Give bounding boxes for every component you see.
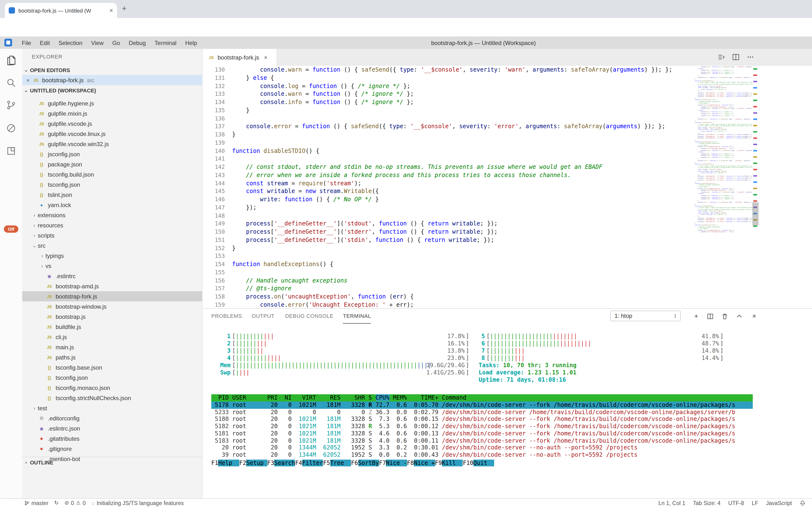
file-tree-item-src[interactable]: ⌄src [22,240,202,250]
file-tree-item--eslintrc-json[interactable]: ◉.eslintrc.json [22,423,202,434]
code-line-136[interactable]: 136 [202,114,232,123]
close-tab-icon[interactable]: × [264,54,267,61]
new-tab-button[interactable]: + [122,4,127,13]
menu-go[interactable]: Go [108,40,124,46]
code-line-135[interactable]: 135 } [202,106,249,115]
more-actions-icon[interactable] [747,53,754,61]
explorer-icon[interactable] [5,55,17,66]
code-line-148[interactable]: 148 [202,212,232,220]
close-icon[interactable]: × [24,77,32,83]
file-tree-item-typings[interactable]: ›typings [22,250,202,261]
file-tree-item-yarn-lock[interactable]: ●yarn.lock [22,200,202,210]
tab-size[interactable]: Tab Size: 4 [693,500,721,506]
menu-terminal[interactable]: Terminal [150,40,181,46]
open-changes-icon[interactable] [717,53,725,61]
panel-tab-output[interactable]: OUTPUT [252,308,274,323]
menu-file[interactable]: File [17,40,36,46]
file-tree-item-tsconfig-strictnullchecks-json[interactable]: {}tsconfig.strictNullChecks.json [22,393,202,403]
file-tree-item-package-json[interactable]: {}package.json [22,159,202,169]
eol[interactable]: LF [752,500,758,506]
file-tree-item-gulpfile-vscode-win32-js[interactable]: JSgulpfile.vscode.win32.js [22,139,202,149]
code-line-143[interactable]: 143 // error when we are inside a forked… [202,171,571,179]
menu-view[interactable]: View [87,40,108,46]
split-editor-icon[interactable] [732,53,740,61]
code-line-151[interactable]: 151 process['__defineGetter__']('stdin',… [202,236,494,244]
file-tree-item-resources[interactable]: ›resources [22,220,202,230]
file-tree-item-tsconfig-monaco-json[interactable]: {}tsconfig.monaco.json [22,383,202,393]
file-tree-item--editorconfig[interactable]: ⚙.editorconfig [22,413,202,423]
problems-indicator[interactable]: ⊘ 0 ⚠ 0 [65,500,86,506]
telemetry-off-badge[interactable]: Off [4,225,18,233]
file-tree-item-bootstrap-amd-js[interactable]: JSbootstrap-amd.js [22,281,202,291]
code-line-153[interactable]: 153 [202,252,232,261]
file-tree-item-buildfile-js[interactable]: JSbuildfile.js [22,322,202,332]
file-tree-item-tsconfig-build-json[interactable]: {}tsconfig.build.json [22,169,202,179]
code-line-140[interactable]: 140function disableSTDIO() { [202,147,319,155]
file-tree-item--gitattributes[interactable]: ◆.gitattributes [22,434,202,444]
split-terminal-icon[interactable] [707,313,714,321]
terminal[interactable]: 1[|||||||||||17.8%]5[|||||||||||||||||||… [211,333,753,493]
code-line-147[interactable]: 147 }); [202,204,256,212]
file-tree-item-cli-js[interactable]: JScli.js [22,332,202,342]
bell-icon[interactable] [800,500,806,506]
code-line-130[interactable]: 130 console.warn = function () { safeSen… [202,66,672,74]
file-tree-item-gulpfile-mixin-js[interactable]: JSgulpfile.mixin.js [22,108,202,118]
cursor-position[interactable]: Ln 1, Col 1 [659,500,685,506]
code-line-139[interactable]: 139 [202,139,232,147]
file-tree-item-tsconfig-json[interactable]: {}tsconfig.json [22,179,202,190]
code-line-142[interactable]: 142 // const stdout, stderr and stdin be… [202,163,603,171]
workspace-header[interactable]: ⌄ UNTITLED (WORKSPACE) [22,85,202,95]
panel-tab-problems[interactable]: PROBLEMS [211,308,242,323]
file-tree-item-jsconfig-json[interactable]: {}jsconfig.json [22,149,202,159]
code-line-159[interactable]: 159 console.error('Uncaught Exception: '… [202,301,414,308]
file-tree-item--gitignore[interactable]: ◆.gitignore [22,444,202,454]
file-tree-item-tslint-json[interactable]: {}tslint.json [22,190,202,200]
file-tree-item-bootstrap-fork-js[interactable]: JSbootstrap-fork.js [22,291,202,301]
editor-tab[interactable]: JS bootstrap-fork.js × [202,49,277,66]
new-terminal-icon[interactable]: + [692,312,700,320]
file-tree-item-gulpfile-hygiene-js[interactable]: JSgulpfile.hygiene.js [22,98,202,108]
extensions-icon[interactable] [5,145,17,157]
menu-help[interactable]: Help [181,40,201,46]
file-tree-item-bootstrap-js[interactable]: JSbootstrap.js [22,312,202,322]
browser-tab[interactable]: bootstrap-fork.js — Untitled (W × [5,3,117,18]
search-icon[interactable] [5,77,17,89]
code-line-155[interactable]: 155 [202,269,232,277]
code-line-134[interactable]: 134 console.info = function () { /* igno… [202,98,414,106]
code-line-149[interactable]: 149 process['__defineGetter__']('stdout'… [202,220,498,228]
menu-debug[interactable]: Debug [124,40,150,46]
file-tree-item-gulpfile-vscode-js[interactable]: JSgulpfile.vscode.js [22,118,202,129]
menu-selection[interactable]: Selection [54,40,87,46]
file-tree-item-scripts[interactable]: ›scripts [22,230,202,240]
file-tree-item-extensions[interactable]: ›extensions [22,210,202,220]
code-line-158[interactable]: 158 process.on('uncaughtException', func… [202,293,414,301]
file-tree-item-bootstrap-window-js[interactable]: JSbootstrap-window.js [22,301,202,312]
kill-terminal-trash-icon[interactable] [721,313,729,321]
code-line-145[interactable]: 145 const writable = new stream.Writable… [202,187,379,196]
code-line-157[interactable]: 157 // @ts-ignore [202,285,292,293]
file-tree-item-vs[interactable]: ›vs [22,261,202,271]
debug-icon[interactable] [5,122,17,134]
code-line-141[interactable]: 141 [202,155,232,163]
panel-tab-terminal[interactable]: TERMINAL [343,308,371,324]
code-line-138[interactable]: 138} [202,131,236,139]
code-line-131[interactable]: 131 } else { [202,74,274,82]
code-line-137[interactable]: 137 console.error = function () { safeSe… [202,123,665,131]
file-tree-item-test[interactable]: ›test [22,403,202,413]
branch-indicator[interactable]: master [24,500,48,506]
terminal-picker[interactable]: 1: htop ▲▼ [610,311,681,321]
code-line-154[interactable]: 154function handleExceptions() { [202,260,333,269]
code-line-146[interactable]: 146 write: function () { /* No OP */ } [202,195,379,204]
sync-icon[interactable]: ↻ [54,500,59,506]
close-tab-icon[interactable]: × [110,7,113,14]
language-mode[interactable]: JavaScript [766,500,792,506]
close-panel-icon[interactable]: × [750,312,758,320]
maximize-panel-icon[interactable] [736,313,744,321]
minimap[interactable]: console.warn = function () { safeSend({ … [695,66,752,274]
file-tree-item-tsconfig-base-json[interactable]: {}tsconfig.base.json [22,362,202,373]
code-line-150[interactable]: 150 process['__defineGetter__']('stderr'… [202,228,498,236]
encoding[interactable]: UTF-8 [728,500,744,506]
file-tree-item--eslintrc[interactable]: ◉.eslintrc [22,271,202,281]
code-line-133[interactable]: 133 console.warn = function () { /* igno… [202,90,414,99]
code-line-144[interactable]: 144 const stream = require('stream'); [202,179,361,187]
